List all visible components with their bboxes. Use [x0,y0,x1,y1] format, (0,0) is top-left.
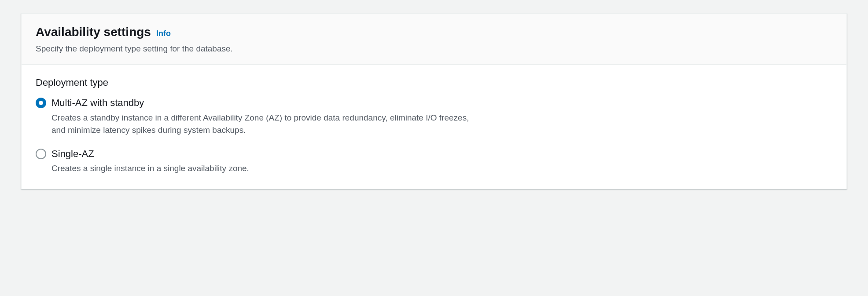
radio-description: Creates a standby instance in a differen… [51,112,474,137]
radio-content: Multi-AZ with standby Creates a standby … [51,96,474,137]
info-link[interactable]: Info [156,29,171,38]
radio-title: Multi-AZ with standby [51,96,474,110]
panel-title-row: Availability settings Info [36,24,832,40]
panel-body: Deployment type Multi-AZ with standby Cr… [22,65,846,189]
radio-option-multi-az[interactable]: Multi-AZ with standby Creates a standby … [36,96,832,137]
panel-description: Specify the deployment type setting for … [36,43,832,55]
radio-option-single-az[interactable]: Single-AZ Creates a single instance in a… [36,147,832,175]
deployment-type-label: Deployment type [36,77,832,88]
radio-content: Single-AZ Creates a single instance in a… [51,147,249,175]
deployment-type-radio-group: Multi-AZ with standby Creates a standby … [36,96,832,175]
availability-settings-panel: Availability settings Info Specify the d… [21,13,847,190]
panel-title: Availability settings [36,24,151,40]
radio-description: Creates a single instance in a single av… [51,162,249,175]
radio-icon [36,98,46,108]
panel-header: Availability settings Info Specify the d… [22,14,846,65]
radio-title: Single-AZ [51,147,249,161]
radio-icon [36,149,46,159]
